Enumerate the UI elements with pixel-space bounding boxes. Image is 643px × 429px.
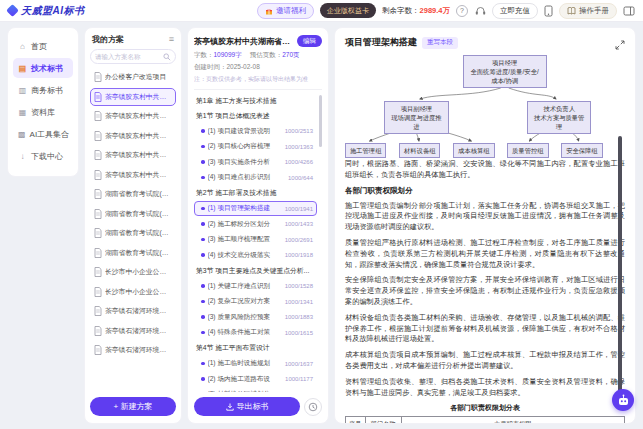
words-label: 字数： [194, 51, 214, 58]
manual-button[interactable]: 操作手册 [559, 3, 617, 19]
org-box-team-2: 成本核算组 [453, 143, 494, 158]
document-icon [94, 131, 102, 141]
plan-list-item[interactable]: 茶亭镇胶东村中共湖南... [90, 166, 176, 184]
plan-list-item[interactable]: 茶亭镇石渚河环境整治... [90, 302, 176, 320]
sidebar-item-business-bid[interactable]: ▥商务标书 [13, 80, 73, 100]
outline-leaf-item[interactable]: (4) 特殊条件施工对策1000/1615 [194, 325, 317, 340]
outline-section-item[interactable]: 第1节 项目总体概况表述 [194, 108, 317, 123]
pages-note: 注：页数仅供参考，实际请以导出结果为准 [194, 75, 322, 84]
outline-leaf-item[interactable]: (3) 质量风险防控预案1000/1883 [194, 310, 317, 325]
outline-leaf-item[interactable]: (2) 项目核心内容梳理1000/1363 [194, 139, 317, 154]
bullet-dot-icon [201, 160, 205, 164]
plan-item-label: 茶亭镇胶东村中共湖南... [105, 131, 172, 141]
logo-text: 天威盟AI标书 [21, 4, 85, 18]
plan-list-item[interactable]: 长沙市中小企业公共服... [90, 263, 176, 281]
plan-item-label: 茶亭镇石渚河环境整治... [105, 326, 172, 336]
plan-item-label: 湖南省教育考试院(湖南... [105, 209, 172, 219]
document-icon [94, 92, 102, 102]
duty-paragraph: 施工管理组负责编制分部分项施工计划，落实施工任务分配，协调各班组交叉施工，把控现… [345, 201, 625, 233]
remaining-words: 剩余字数：2989.4万 [382, 6, 450, 16]
document-title: 茶亭镇胶东村中共湖南省委... [194, 36, 293, 47]
plan-list-item[interactable]: 湖南省教育考试院(湖南... [90, 224, 176, 242]
plan-list-item[interactable]: 湖南省教育考试院(湖南... [90, 185, 176, 203]
plan-list-item[interactable]: 茶亭镇胶东村中共湖南... [90, 146, 176, 164]
new-plan-button[interactable]: + 新建方案 [90, 397, 176, 416]
outline-leaf-label: (1) 施工临时设施规划 [208, 359, 282, 368]
export-bid-button[interactable]: 导出标书 [194, 397, 300, 416]
invite-benefits-button[interactable]: 邀请福利 [257, 3, 314, 19]
plan-list-item[interactable]: 茶亭镇胶东村中共湖南... [90, 107, 176, 125]
outline-tree: 第1章 施工方案与技术措施第1节 项目总体概况表述(1) 项目建设背景说明100… [194, 93, 322, 392]
history-button[interactable] [304, 398, 322, 416]
outline-leaf-item[interactable]: (2) 复杂工况应对方案1000/1341 [194, 294, 317, 309]
book-icon [567, 7, 576, 15]
customer-service-icon[interactable] [474, 5, 486, 17]
document-icon [94, 111, 102, 121]
outline-leaf-item[interactable]: (1) 关键工序难点识别1000/1528 [194, 279, 317, 294]
sidebar-item-download[interactable]: ↓下载中心 [13, 146, 73, 166]
outline-scrollbar[interactable] [319, 95, 322, 147]
outline-leaf-item[interactable]: (4) 技术交底分级落实1000/1918 [194, 248, 317, 263]
outline-leaf-label: (3) 项目实施条件分析 [208, 158, 282, 167]
plan-list-item[interactable]: 湖南省教育考试院(湖南... [90, 205, 176, 223]
outline-leaf-item[interactable]: (2) 场内施工道路布设1000/1177 [194, 372, 317, 387]
outline-section-label: 第1章 施工方案与技术措施 [196, 96, 276, 106]
document-icon [94, 228, 102, 238]
outline-leaf-item[interactable]: (2) 施工标段分区划分1000/1433 [194, 217, 317, 232]
recharge-button[interactable]: 立即充值 [492, 3, 538, 19]
plan-list-item[interactable]: 茶亭镇石渚河环境整治... [90, 322, 176, 340]
org-chart: 项目经理 全面统筹进度/质量/安全/ 成本/协调 项目副经理 现场调度与进度推进… [345, 55, 625, 159]
outline-section-label: 第3节 项目主要难点及关键重点分析... [196, 266, 309, 276]
plan-search-input[interactable] [95, 53, 161, 60]
outline-chapter-item[interactable]: 第1章 施工方案与技术措施 [194, 93, 317, 108]
sidebar-item-home[interactable]: ⌂首页 [13, 36, 73, 56]
plan-list-item[interactable]: 办公楼客户改造项目 [90, 68, 176, 86]
rewrite-section-badge[interactable]: 重写本段 [422, 37, 458, 49]
outline-leaf-item[interactable]: (1) 项目建设背景说明1000/2513 [194, 124, 317, 139]
sidebar-item-ai-tools[interactable]: ▩AI工具集合 [13, 124, 73, 144]
plan-list-item[interactable]: 茶亭镇胶东村中共湖南... [90, 88, 176, 106]
bullet-dot-icon [201, 207, 205, 211]
sidebar-item-library[interactable]: ▦资料库 [13, 102, 73, 122]
ai-assistant-button[interactable] [612, 389, 634, 411]
document-icon [94, 306, 102, 316]
outline-section-label: 第4节 施工平面布置设计 [196, 343, 270, 353]
duty-paragraph: 材料设备组负责各类施工材料的采购、进场验收、存储管理，以及施工机械的调配、维护保… [345, 313, 625, 345]
outline-section-item[interactable]: 第4节 施工平面布置设计 [194, 341, 317, 356]
plan-list-item[interactable]: 湖南省教育考试院(湖南... [90, 244, 176, 262]
plan-list-item[interactable]: 茶亭镇胶东村中共湖南... [90, 127, 176, 145]
plan-list-item[interactable]: 茶亭镇石渚河环境整治... [90, 341, 176, 359]
outline-leaf-item[interactable]: (3) 项目实施条件分析1000/4266 [194, 155, 317, 170]
outline-leaf-item[interactable]: (1) 施工临时设施规划1000/1637 [194, 356, 317, 371]
outline-section-item[interactable]: 第2节 施工部署及技术措施 [194, 186, 317, 201]
panel-toggle-icon[interactable] [623, 6, 635, 16]
fullscreen-icon[interactable] [615, 36, 625, 54]
bullet-dot-icon [201, 238, 205, 242]
left-sidebar: ⌂首页▤技术标书▥商务标书▦资料库▩AI工具集合↓下载中心 [7, 27, 79, 177]
content-scrollbar[interactable] [618, 136, 622, 394]
plan-item-label: 茶亭镇胶东村中共湖南... [105, 150, 172, 160]
mobile-app-icon[interactable] [544, 5, 553, 17]
outline-leaf-label: (1) 项目建设背景说明 [208, 127, 282, 136]
outline-leaf-item[interactable]: (3) 材料堆放区域划分1000/1326 [194, 387, 317, 392]
sidebar-item-label: 下载中心 [31, 151, 63, 162]
search-icon [163, 53, 171, 61]
sidebar-item-tech-bid[interactable]: ▤技术标书 [13, 58, 73, 78]
collapse-panel-icon[interactable]: ≡ [169, 35, 174, 44]
plan-search [90, 49, 176, 64]
outline-section-item[interactable]: 第3节 项目主要难点及关键重点分析... [194, 263, 317, 278]
outline-leaf-item[interactable]: (4) 项目难点初步识别1000/644 [194, 170, 317, 185]
bullet-dot-icon [201, 362, 205, 366]
words-value: 109099字 [214, 51, 242, 58]
outline-leaf-item[interactable]: (3) 施工顺序梳理配置1000/2691 [194, 232, 317, 247]
export-bid-label: 导出标书 [237, 401, 269, 412]
word-count: 1000/1637 [285, 361, 313, 367]
edit-badge[interactable]: 编辑 [297, 35, 322, 47]
outline-leaf-item[interactable]: (1) 项目管理架构搭建1000/1941 [194, 201, 317, 216]
duty-paragraph: 资料管理组负责收集、整理、归档各类施工技术资料、质量安全资料及管理资料，确保资料… [345, 377, 625, 399]
word-count: 1000/1528 [285, 283, 313, 289]
outline-leaf-label: (1) 关键工序难点识别 [208, 282, 282, 291]
help-icon[interactable]: ? [456, 5, 468, 17]
plan-list-item[interactable]: 长沙市中小企业公共服... [90, 283, 176, 301]
download-icon [226, 403, 234, 411]
